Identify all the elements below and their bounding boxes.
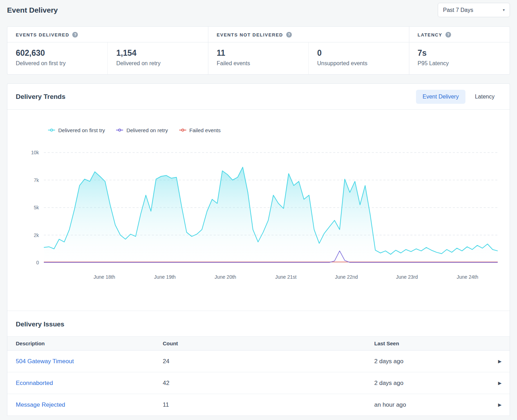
- page-title: Event Delivery: [7, 6, 58, 14]
- legend-line-dot-icon: [48, 130, 55, 130]
- stat-label: Failed events: [217, 60, 300, 67]
- issue-link[interactable]: Message Rejected: [16, 401, 65, 408]
- stat-value: 11: [217, 48, 300, 58]
- svg-text:7k: 7k: [34, 177, 39, 183]
- stats-header-label: EVENTS NOT DELIVERED: [217, 32, 283, 38]
- stats-header-latency: LATENCY ?: [409, 27, 510, 42]
- table-row[interactable]: 504 Gateway Timeout 24 2 days ago ▶: [7, 351, 510, 372]
- issue-link[interactable]: 504 Gateway Timeout: [16, 358, 74, 365]
- column-header-description: Description: [7, 340, 163, 346]
- issue-last-seen: an hour ago: [374, 401, 490, 408]
- stats-grid: EVENTS DELIVERED ? EVENTS NOT DELIVERED …: [7, 27, 510, 74]
- issue-count: 11: [163, 401, 374, 408]
- stat-unsupported-events: 0 Unsupported events: [309, 42, 409, 74]
- stats-header-label: EVENTS DELIVERED: [16, 32, 69, 38]
- svg-text:June 24th: June 24th: [457, 274, 478, 280]
- issue-count: 24: [163, 358, 374, 365]
- stat-label: Delivered on first try: [16, 60, 99, 67]
- issue-link[interactable]: Econnaborted: [16, 380, 53, 386]
- issues-table-header: Description Count Last Seen: [7, 336, 510, 351]
- stat-failed-events: 11 Failed events: [208, 42, 309, 74]
- issue-last-seen: 2 days ago: [374, 358, 490, 365]
- delivery-trends-card: Delivery Trends Event Delivery Latency D…: [7, 83, 510, 416]
- delivery-issues-section: Delivery Issues Description Count Last S…: [7, 311, 510, 416]
- legend-item-failed[interactable]: Failed events: [179, 127, 221, 133]
- tab-latency[interactable]: Latency: [468, 90, 501, 104]
- chart-area: Delivered on first try Delivered on retr…: [7, 110, 510, 286]
- table-row[interactable]: Econnaborted 42 2 days ago ▶: [7, 372, 510, 394]
- trends-title: Delivery Trends: [16, 93, 66, 101]
- svg-text:June 22nd: June 22nd: [335, 274, 358, 280]
- delivery-trends-chart: 02k5k7k10kJune 18thJune 19thJune 20thJun…: [16, 142, 501, 286]
- legend-label: Failed events: [189, 127, 221, 133]
- chevron-right-icon[interactable]: ▶: [490, 359, 510, 364]
- legend-item-first-try[interactable]: Delivered on first try: [48, 127, 105, 133]
- svg-text:10k: 10k: [31, 150, 39, 155]
- help-icon[interactable]: ?: [286, 32, 292, 38]
- legend-line-dot-icon: [179, 130, 186, 130]
- svg-text:June 18th: June 18th: [94, 274, 115, 280]
- stat-value: 1,154: [116, 48, 199, 58]
- svg-text:June 23rd: June 23rd: [396, 274, 418, 280]
- chevron-right-icon[interactable]: ▶: [490, 380, 510, 386]
- page-header: Event Delivery Past 7 Days ▾: [7, 0, 510, 17]
- svg-text:June 21st: June 21st: [275, 274, 297, 280]
- tab-event-delivery[interactable]: Event Delivery: [416, 90, 465, 104]
- legend-label: Delivered on retry: [126, 127, 168, 133]
- chevron-right-icon[interactable]: ▶: [490, 402, 510, 407]
- help-icon[interactable]: ?: [72, 32, 78, 38]
- chevron-down-icon: ▾: [503, 8, 505, 12]
- issue-count: 42: [163, 380, 374, 387]
- stats-header-events-delivered: EVENTS DELIVERED ?: [7, 27, 208, 42]
- trends-tabs: Event Delivery Latency: [416, 90, 501, 104]
- legend-line-dot-icon: [116, 130, 123, 130]
- stat-label: Unsupported events: [317, 60, 400, 67]
- stat-value: 602,630: [16, 48, 99, 58]
- table-row[interactable]: Message Rejected 11 an hour ago ▶: [7, 394, 510, 416]
- stat-delivered-first-try: 602,630 Delivered on first try: [7, 42, 108, 74]
- help-icon[interactable]: ?: [445, 32, 451, 38]
- svg-text:June 19th: June 19th: [154, 274, 176, 280]
- stat-label: P95 Latency: [418, 60, 501, 67]
- column-header-count: Count: [163, 340, 374, 346]
- svg-text:2k: 2k: [34, 232, 39, 238]
- stat-delivered-retry: 1,154 Delivered on retry: [108, 42, 208, 74]
- legend-item-retry[interactable]: Delivered on retry: [116, 127, 168, 133]
- column-header-last-seen: Last Seen: [374, 340, 490, 346]
- trends-header: Delivery Trends Event Delivery Latency: [7, 84, 510, 110]
- date-range-value: Past 7 Days: [443, 7, 473, 13]
- svg-text:0: 0: [36, 260, 39, 265]
- svg-text:5k: 5k: [34, 205, 39, 210]
- issues-title: Delivery Issues: [7, 311, 510, 336]
- stat-value: 0: [317, 48, 400, 58]
- stats-header-label: LATENCY: [418, 32, 442, 38]
- date-range-select[interactable]: Past 7 Days ▾: [438, 3, 510, 17]
- stats-card: EVENTS DELIVERED ? EVENTS NOT DELIVERED …: [7, 26, 510, 75]
- stat-label: Delivered on retry: [116, 60, 199, 67]
- issue-last-seen: 2 days ago: [374, 380, 490, 387]
- legend-label: Delivered on first try: [58, 127, 105, 133]
- stat-p95-latency: 7s P95 Latency: [409, 42, 510, 74]
- stats-header-events-not-delivered: EVENTS NOT DELIVERED ?: [208, 27, 409, 42]
- svg-text:June 20th: June 20th: [215, 274, 236, 280]
- chart-legend: Delivered on first try Delivered on retr…: [48, 127, 501, 134]
- event-delivery-page: Event Delivery Past 7 Days ▾ EVENTS DELI…: [0, 0, 517, 416]
- stat-value: 7s: [418, 48, 501, 58]
